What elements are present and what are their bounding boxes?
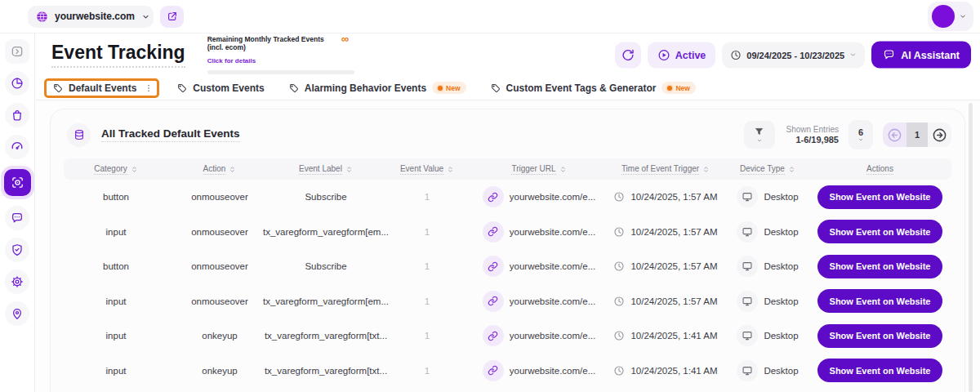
cell-category: input (64, 366, 168, 376)
sidebar-item-settings[interactable] (5, 270, 29, 294)
desktop-icon (737, 221, 758, 243)
tab-label: Alarming Behavior Events (305, 82, 426, 94)
website-selector[interactable]: yourwebsite.com (28, 6, 154, 28)
cell-device: Desktop (727, 221, 808, 243)
column-event-value[interactable]: Event Value (381, 164, 474, 175)
cell-device: Desktop (727, 325, 808, 346)
chat-bubble-icon (11, 212, 24, 225)
column-category[interactable]: Category (64, 164, 168, 175)
chevron-down-icon (959, 12, 967, 20)
sort-icon[interactable] (345, 166, 353, 173)
main-area: All Tracked Default Events Shown Entries… (36, 100, 980, 392)
clock-icon (613, 365, 625, 376)
cell-event-value: 1 (381, 192, 474, 202)
sort-icon[interactable] (447, 166, 454, 173)
cell-event-label: tx_varegform_varegform[em... (271, 227, 381, 237)
sidebar-toggle[interactable] (5, 39, 29, 64)
date-range-picker[interactable]: 09/24/2025 - 10/23/2025 (722, 42, 865, 68)
clock-icon (613, 330, 625, 341)
tab-label: Custom Events (193, 82, 264, 94)
show-event-button[interactable]: Show Event on Website (817, 255, 943, 278)
desktop-icon (737, 291, 758, 312)
shown-entries-value: 1-6/19,985 (786, 135, 839, 145)
sort-icon[interactable] (559, 166, 567, 173)
tag-icon (490, 82, 501, 93)
cell-action: onmouseover (168, 227, 271, 237)
next-page-button[interactable] (928, 122, 951, 147)
ai-assistant-label: AI Assistant (901, 49, 960, 60)
new-badge: New (432, 82, 466, 94)
content: Event Tracking Remaining Monthly Tracked… (36, 33, 980, 392)
date-range-value: 09/24/2025 - 10/23/2025 (746, 50, 844, 60)
sidebar-item-analytics[interactable] (5, 71, 29, 96)
show-event-button[interactable]: Show Event on Website (817, 324, 943, 348)
desktop-icon (737, 186, 758, 207)
refresh-button[interactable] (615, 42, 641, 68)
cell-action: onkeyup (168, 331, 271, 341)
column-event-label[interactable]: Event Label (271, 164, 381, 175)
open-website-button[interactable] (160, 6, 184, 28)
cell-trigger-url[interactable]: yourwebsite.com/e... (474, 325, 604, 346)
cell-trigger-url[interactable]: yourwebsite.com/e... (474, 256, 604, 277)
shown-entries: Shown Entries 1-6/19,985 (786, 125, 839, 145)
sidebar-item-support[interactable] (5, 301, 29, 326)
cell-trigger-url[interactable]: yourwebsite.com/e... (474, 360, 604, 381)
tabs: Default Events Custom Events Alarming Be… (36, 76, 980, 100)
clock-icon (613, 226, 625, 238)
user-menu[interactable] (928, 2, 973, 31)
tab-custom-event-tags-generator[interactable]: Custom Event Tags & Generator New (483, 78, 702, 97)
tag-icon (52, 82, 63, 93)
chevron-down-icon (858, 136, 864, 143)
sort-icon[interactable] (131, 166, 138, 173)
pagination: 1 (883, 122, 951, 147)
cell-event-label: tx_varegform_varegform[txt... (271, 331, 381, 341)
sort-icon[interactable] (702, 166, 710, 173)
tab-label: Default Events (69, 82, 136, 94)
sidebar-item-shop[interactable] (5, 103, 29, 127)
cell-time: 10/24/2025, 1:57 AM (604, 261, 727, 272)
page-size-selector[interactable]: 6 (849, 120, 873, 149)
scan-target-icon (11, 176, 24, 189)
sidebar-item-chat[interactable] (5, 206, 29, 230)
column-trigger-url[interactable]: Trigger URL (474, 164, 604, 175)
cell-trigger-url[interactable]: yourwebsite.com/e... (474, 186, 604, 207)
sidebar-item-performance[interactable] (5, 135, 29, 159)
column-action[interactable]: Action (168, 164, 271, 175)
cell-trigger-url[interactable]: yourwebsite.com/e... (474, 291, 604, 312)
quota-details-link[interactable]: Click for details (207, 57, 256, 65)
cell-time: 10/24/2025, 1:57 AM (604, 191, 727, 203)
cell-event-value: 1 (381, 261, 474, 271)
vertical-scrollbar[interactable] (969, 103, 973, 392)
card-header: All Tracked Default Events Shown Entries… (51, 109, 964, 158)
pie-chart-icon (11, 77, 24, 90)
column-time[interactable]: Time of Event Trigger (604, 164, 727, 175)
cell-action: onmouseover (168, 296, 271, 306)
tab-default-events[interactable]: Default Events (44, 78, 159, 98)
refresh-icon (621, 48, 635, 61)
show-event-button[interactable]: Show Event on Website (817, 359, 943, 382)
tab-label: Custom Event Tags & Generator (506, 82, 657, 94)
clock-icon (613, 261, 625, 272)
database-icon (67, 123, 91, 147)
show-event-button[interactable]: Show Event on Website (817, 185, 943, 209)
sidebar-item-event-tracking[interactable] (4, 169, 31, 196)
tab-alarming-behavior-events[interactable]: Alarming Behavior Events New (282, 78, 473, 97)
avatar (932, 5, 955, 28)
ai-assistant-button[interactable]: AI Assistant (871, 42, 971, 69)
previous-page-button[interactable] (883, 122, 906, 147)
sort-icon[interactable] (788, 166, 795, 173)
filter-button[interactable] (744, 121, 775, 149)
shopping-bag-icon (11, 109, 24, 122)
desktop-icon (737, 256, 758, 277)
cell-trigger-url[interactable]: yourwebsite.com/e... (474, 221, 604, 243)
tab-custom-events[interactable]: Custom Events (170, 79, 270, 97)
sidebar-item-privacy[interactable] (5, 238, 29, 262)
show-event-button[interactable]: Show Event on Website (817, 220, 943, 243)
kebab-menu-icon[interactable] (144, 83, 154, 93)
show-event-button[interactable]: Show Event on Website (817, 289, 943, 313)
quota-label: Remaining Monthly Tracked Events (incl. … (207, 35, 338, 51)
column-device-type[interactable]: Device Type (727, 164, 808, 175)
tracking-status-button[interactable]: Active (648, 42, 716, 68)
sort-icon[interactable] (229, 166, 236, 173)
cell-device: Desktop (727, 291, 808, 312)
